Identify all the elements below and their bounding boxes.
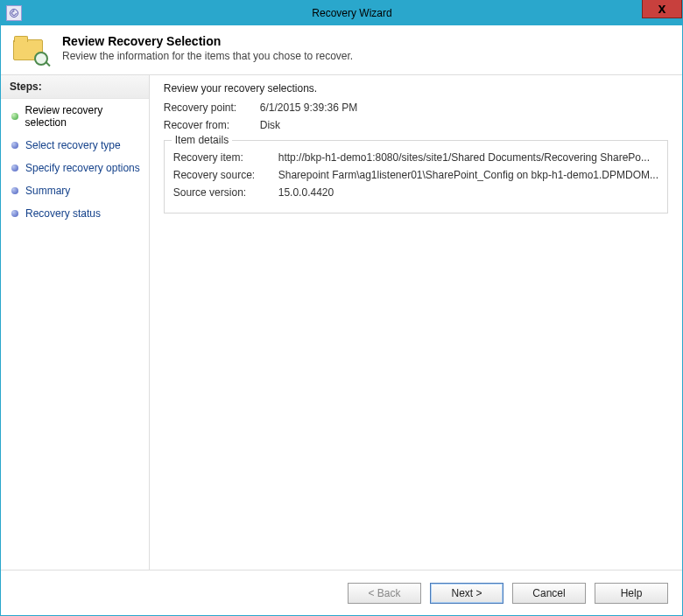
next-button[interactable]: Next > — [430, 583, 503, 604]
page-title: Review Recovery Selection — [62, 34, 353, 48]
step-label: Summary — [25, 185, 70, 197]
recovery-source-label: Recovery source: — [173, 169, 278, 181]
step-bullet-icon — [11, 164, 18, 172]
source-version-value: 15.0.0.4420 — [278, 186, 658, 199]
content-panel: Review your recovery selections. Recover… — [150, 75, 682, 570]
window-title: Recovery Wizard — [22, 7, 682, 19]
recovery-source-row: Recovery source: Sharepoint Farm\ag1list… — [173, 169, 658, 181]
wizard-header: Review Recovery Selection Review the inf… — [1, 25, 682, 74]
wizard-body: Steps: Review recovery selectionSelect r… — [1, 74, 682, 570]
close-icon: x — [658, 1, 666, 17]
recovery-point-value: 6/1/2015 9:39:36 PM — [260, 102, 668, 114]
recover-from-row: Recover from: Disk — [164, 119, 668, 131]
recovery-item-row: Recovery item: http://bkp-h1-demo1:8080/… — [173, 151, 658, 164]
step-0[interactable]: Review recovery selection — [1, 99, 149, 134]
recovery-item-label: Recovery item: — [173, 151, 278, 164]
back-button[interactable]: < Back — [348, 583, 421, 604]
page-subtitle: Review the information for the items tha… — [62, 50, 353, 62]
step-1[interactable]: Select recovery type — [1, 134, 149, 157]
recovery-item-value: http://bkp-h1-demo1:8080/sites/site1/Sha… — [278, 151, 658, 164]
recover-from-value: Disk — [260, 119, 668, 131]
recovery-point-label: Recovery point: — [164, 102, 260, 114]
titlebar: Recovery Wizard x — [1, 1, 682, 25]
step-3[interactable]: Summary — [1, 179, 149, 202]
intro-text: Review your recovery selections. — [164, 82, 668, 94]
close-button[interactable]: x — [642, 0, 682, 18]
recovery-source-value: Sharepoint Farm\ag1listener01\SharePoint… — [278, 169, 658, 181]
step-2[interactable]: Specify recovery options — [1, 157, 149, 179]
source-version-label: Source version: — [173, 186, 278, 199]
steps-sidebar: Steps: Review recovery selectionSelect r… — [1, 75, 150, 570]
source-version-row: Source version: 15.0.0.4420 — [173, 186, 658, 199]
recovery-wizard-window: Recovery Wizard x Review Recovery Select… — [0, 0, 683, 616]
steps-title: Steps: — [1, 75, 149, 99]
step-bullet-icon — [11, 187, 18, 194]
step-label: Review recovery selection — [25, 104, 140, 129]
item-details-legend: Item details — [172, 134, 232, 146]
header-text: Review Recovery Selection Review the inf… — [62, 34, 353, 62]
cancel-button[interactable]: Cancel — [512, 583, 586, 604]
steps-list: Review recovery selectionSelect recovery… — [1, 99, 149, 225]
item-details-group: Item details Recovery item: http://bkp-h… — [164, 140, 668, 214]
folder-search-icon — [13, 36, 45, 62]
app-icon — [6, 5, 22, 21]
step-label: Specify recovery options — [25, 162, 140, 174]
wizard-footer: < Back Next > Cancel Help — [1, 570, 682, 615]
step-4[interactable]: Recovery status — [1, 202, 149, 225]
step-bullet-icon — [11, 142, 18, 149]
recovery-point-row: Recovery point: 6/1/2015 9:39:36 PM — [164, 102, 668, 114]
recover-from-label: Recover from: — [164, 119, 260, 131]
step-label: Select recovery type — [25, 139, 121, 151]
step-label: Recovery status — [25, 207, 101, 220]
step-bullet-icon — [11, 210, 18, 217]
help-button[interactable]: Help — [595, 583, 668, 604]
step-bullet-icon — [11, 113, 18, 120]
